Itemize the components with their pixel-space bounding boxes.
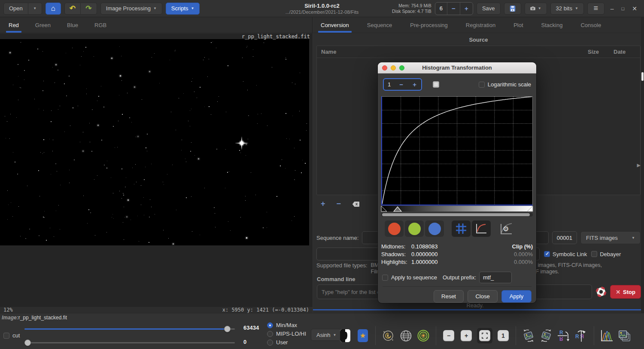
- panel-expander-arrow[interactable]: ▶: [637, 162, 641, 168]
- star-field[interactable]: [0, 39, 309, 245]
- zoom-one-button[interactable]: 1: [496, 329, 510, 343]
- snapshot-button[interactable]: ▼: [525, 3, 547, 15]
- plot-scrollbar[interactable]: [381, 213, 533, 217]
- shadows-marker[interactable]: [381, 206, 387, 211]
- background-samples-button[interactable]: [416, 329, 430, 343]
- minus-icon[interactable]: −: [395, 79, 408, 90]
- output-format-dropdown[interactable]: FITS images▼: [580, 231, 641, 244]
- tab-plot[interactable]: Plot: [511, 18, 526, 32]
- start-index-box[interactable]: 00001: [552, 231, 577, 244]
- image-processing-menu-button[interactable]: Image Processing▼: [100, 3, 162, 15]
- wcs-grid-button[interactable]: [399, 329, 413, 343]
- highlights-marker[interactable]: [527, 206, 533, 211]
- save-button[interactable]: Save: [477, 3, 501, 15]
- midtones-marker[interactable]: [394, 207, 401, 211]
- tab-registration[interactable]: Registration: [463, 18, 498, 32]
- tab-green[interactable]: Green: [33, 18, 53, 32]
- green-channel-toggle[interactable]: [405, 220, 424, 237]
- radio-mips-lo-hi[interactable]: MIPS-LO/HI: [267, 331, 306, 337]
- plus-icon[interactable]: +: [408, 79, 421, 90]
- save-as-button[interactable]: [504, 3, 521, 15]
- help-lifebuoy-button[interactable]: [596, 287, 606, 297]
- zoom-fit-button[interactable]: [477, 328, 492, 343]
- histogram-plot[interactable]: [381, 96, 533, 205]
- scrollbar-thumb[interactable]: [641, 72, 644, 81]
- reset-button[interactable]: Reset: [434, 290, 464, 303]
- blue-channel-toggle[interactable]: [425, 220, 444, 237]
- log-scale-checkbox[interactable]: [479, 82, 485, 88]
- plot-scrollbar-thumb[interactable]: [382, 213, 530, 216]
- histogram-tool-button[interactable]: [600, 329, 614, 343]
- tab-blue[interactable]: Blue: [64, 18, 81, 32]
- hamburger-menu-button[interactable]: ≡: [587, 3, 605, 15]
- zoom-in-button[interactable]: +: [459, 329, 473, 343]
- column-date[interactable]: Date: [614, 49, 636, 55]
- traffic-zoom-button[interactable]: [399, 65, 404, 70]
- photometry-button[interactable]: [381, 329, 395, 343]
- traffic-minimize-button[interactable]: [391, 65, 396, 70]
- tab-rgb[interactable]: RGB: [92, 18, 109, 32]
- scripts-menu-button[interactable]: Scripts▼: [166, 3, 200, 15]
- add-files-button[interactable]: +: [321, 199, 325, 208]
- debayer-option[interactable]: Debayer: [591, 251, 621, 257]
- radio-user[interactable]: User: [267, 339, 306, 346]
- rotate-left-button[interactable]: [522, 329, 535, 343]
- minus-icon[interactable]: −: [447, 3, 460, 15]
- levels-gradient-strip[interactable]: [381, 206, 533, 211]
- home-button[interactable]: ⌂: [46, 3, 61, 15]
- traffic-close-button[interactable]: [382, 65, 387, 70]
- close-dialog-button[interactable]: Close: [468, 290, 498, 303]
- remove-files-button[interactable]: −: [337, 199, 341, 208]
- open-dropdown-button[interactable]: ▼: [28, 3, 42, 15]
- log-scale-option[interactable]: Logarithmic scale: [479, 81, 531, 88]
- minimize-button[interactable]: –: [611, 5, 614, 12]
- tab-pre-processing[interactable]: Pre-processing: [407, 18, 450, 32]
- redo-button[interactable]: ↷: [81, 3, 97, 15]
- undo-button[interactable]: ↶: [64, 3, 81, 15]
- zoom-out-button[interactable]: −: [442, 329, 456, 343]
- cut-option[interactable]: cut: [3, 332, 20, 339]
- maximize-button[interactable]: □: [622, 6, 625, 11]
- apply-button[interactable]: Apply: [501, 290, 532, 303]
- lo-slider-handle[interactable]: [24, 340, 31, 346]
- symbolic-link-checkbox[interactable]: [544, 251, 550, 257]
- column-size[interactable]: Size: [588, 49, 614, 55]
- apply-to-sequence-checkbox[interactable]: [382, 275, 388, 281]
- plus-icon[interactable]: +: [460, 3, 473, 15]
- symbolic-link-option[interactable]: Symbolic Link: [544, 251, 587, 257]
- stop-button[interactable]: ✕ Stop: [610, 285, 641, 299]
- sequence-frames-button[interactable]: [617, 329, 631, 343]
- flip-vertical-button[interactable]: R R: [557, 329, 571, 343]
- tab-stacking[interactable]: Stacking: [539, 18, 565, 32]
- grid-toggle[interactable]: [452, 220, 471, 237]
- cut-checkbox[interactable]: [3, 333, 9, 339]
- red-channel-toggle[interactable]: [385, 220, 404, 237]
- stretch-mode-dropdown[interactable]: Asinh▼: [311, 329, 342, 341]
- dialog-spinner[interactable]: 1 − +: [383, 78, 422, 91]
- debayer-checkbox[interactable]: [591, 251, 597, 257]
- dialog-titlebar[interactable]: Histogram Transformation: [378, 62, 536, 73]
- hi-level-slider[interactable]: [24, 326, 235, 332]
- hi-slider-handle[interactable]: [224, 326, 231, 332]
- histogram-display-toggle[interactable]: [433, 81, 439, 88]
- output-prefix-input[interactable]: [479, 272, 512, 283]
- tab-conversion[interactable]: Conversion: [318, 18, 352, 32]
- tab-sequence[interactable]: Sequence: [365, 18, 395, 32]
- astrometry-button[interactable]: ★: [356, 329, 370, 343]
- clear-list-button[interactable]: [352, 201, 360, 207]
- negative-view-button[interactable]: [338, 329, 352, 343]
- open-button[interactable]: Open: [3, 3, 28, 15]
- radio-min-max[interactable]: Min/Max: [267, 322, 306, 328]
- rotate-right-button[interactable]: [539, 329, 553, 343]
- right-scroll-strip[interactable]: [641, 17, 644, 313]
- bit-depth-dropdown[interactable]: 32 bits▼: [550, 3, 584, 15]
- tab-console[interactable]: Console: [578, 18, 604, 32]
- curve-toggle[interactable]: [472, 220, 491, 237]
- tab-red[interactable]: Red: [6, 18, 21, 32]
- close-button[interactable]: ✕: [632, 5, 637, 12]
- auto-stretch-button[interactable]: ⚙: [499, 222, 513, 236]
- flip-horizontal-button[interactable]: R R: [574, 329, 588, 343]
- thread-count-spinner[interactable]: 6 − +: [435, 2, 473, 15]
- column-name[interactable]: Name: [321, 49, 588, 55]
- lo-level-slider[interactable]: [24, 340, 235, 346]
